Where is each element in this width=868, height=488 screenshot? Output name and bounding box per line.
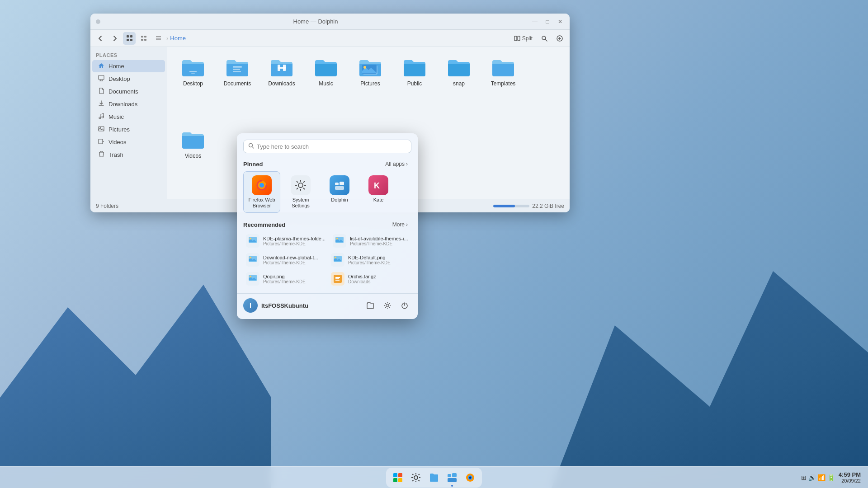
launcher-footer: I ItsFOSSKubuntu xyxy=(237,293,418,315)
pinned-dolphin[interactable]: Dolphin xyxy=(321,171,358,213)
folder-desktop[interactable]: Desktop xyxy=(173,52,213,121)
pinned-firefox[interactable]: Firefox Web Browser xyxy=(243,171,280,213)
rec-qogir-icon xyxy=(246,272,259,286)
sidebar: Places Home Desktop Documents xyxy=(90,47,167,199)
recommended-row-1: KDE-plasma-themes-folde... Pictures/Them… xyxy=(243,232,411,250)
pinned-dolphin-label: Dolphin xyxy=(331,197,348,203)
sidebar-item-trash[interactable]: Trash xyxy=(92,149,165,161)
folder-snap[interactable]: snap xyxy=(439,52,479,121)
folder-templates[interactable]: Templates xyxy=(483,52,524,121)
footer-power-button[interactable] xyxy=(398,299,411,312)
sidebar-item-home[interactable]: Home xyxy=(92,60,165,72)
svg-point-102 xyxy=(469,476,472,479)
svg-line-81 xyxy=(389,307,390,308)
tray-network-icon[interactable]: 📶 xyxy=(818,474,826,481)
user-name: ItsFOSSKubuntu xyxy=(261,302,360,309)
svg-line-45 xyxy=(252,147,254,149)
folder-downloads-icon xyxy=(268,56,295,79)
sidebar-item-music[interactable]: Music xyxy=(92,111,165,123)
forward-button[interactable] xyxy=(108,32,121,45)
folder-documents[interactable]: Documents xyxy=(217,52,258,121)
folder-music[interactable]: Music xyxy=(306,52,346,121)
view-compact-button[interactable] xyxy=(137,32,150,45)
rec-qogir[interactable]: Qogir.png Pictures/Theme-KDE xyxy=(243,270,326,288)
back-button[interactable] xyxy=(94,32,107,45)
sidebar-item-downloads[interactable]: Downloads xyxy=(92,98,165,110)
breadcrumb-home[interactable]: Home xyxy=(170,35,186,42)
svg-line-96 xyxy=(412,480,413,481)
svg-line-95 xyxy=(419,474,420,475)
tray-battery-icon[interactable]: 🔋 xyxy=(827,474,835,481)
taskbar-dolphin-icon[interactable] xyxy=(444,469,460,486)
sidebar-item-documents[interactable]: Documents xyxy=(92,85,165,98)
taskbar-files-icon[interactable] xyxy=(426,469,442,486)
sidebar-label-trash: Trash xyxy=(108,151,123,158)
sidebar-item-videos[interactable]: Videos xyxy=(92,136,165,148)
split-button[interactable]: Split xyxy=(511,32,535,45)
svg-rect-57 xyxy=(335,183,339,185)
view-grid-button[interactable] xyxy=(123,32,136,45)
tray-screen-icon[interactable]: ⊞ xyxy=(801,474,807,481)
desktop-icon xyxy=(98,75,105,83)
svg-rect-18 xyxy=(99,75,104,80)
folder-public[interactable]: Public xyxy=(394,52,435,121)
svg-line-80 xyxy=(385,303,386,304)
taskbar-firefox-icon[interactable] xyxy=(462,469,478,486)
pinned-kate[interactable]: K Kate xyxy=(360,171,397,213)
folder-videos[interactable]: Videos xyxy=(173,125,213,193)
rec-download-global-name: Download-new-global-t... xyxy=(263,255,324,260)
folder-templates-icon xyxy=(490,56,517,79)
kate-icon: K xyxy=(368,175,388,195)
footer-files-button[interactable] xyxy=(363,299,377,312)
close-button[interactable]: ✕ xyxy=(556,18,564,26)
folder-pictures[interactable]: Pictures xyxy=(350,52,391,121)
svg-line-53 xyxy=(297,181,298,183)
footer-settings-button[interactable] xyxy=(381,299,394,312)
more-button[interactable]: More › xyxy=(389,220,411,229)
more-options-button[interactable] xyxy=(553,32,566,45)
svg-point-23 xyxy=(99,117,101,119)
rec-kde-default-name: KDE-Default.png xyxy=(348,255,409,260)
all-apps-arrow-icon: › xyxy=(406,161,408,167)
search-button[interactable] xyxy=(538,32,551,45)
sidebar-item-desktop[interactable]: Desktop xyxy=(92,73,165,85)
taskbar-dock xyxy=(386,468,482,488)
sidebar-item-pictures[interactable]: Pictures xyxy=(92,123,165,136)
title-bar: Home — Dolphin — □ ✕ xyxy=(90,14,570,30)
taskbar-right: ⊞ 🔊 📶 🔋 4:59 PM 20/09/22 xyxy=(801,471,861,483)
rec-download-global-icon xyxy=(246,253,259,267)
sidebar-label-documents: Documents xyxy=(108,88,138,95)
pinned-system-settings[interactable]: System Settings xyxy=(282,171,319,213)
svg-line-83 xyxy=(385,307,386,308)
maximize-button[interactable]: □ xyxy=(543,18,552,26)
pinned-header: Pinned All apps › xyxy=(243,160,411,169)
all-apps-button[interactable]: All apps › xyxy=(382,160,411,169)
rec-orchis[interactable]: Orchis.tar.gz Downloads xyxy=(328,270,411,288)
svg-point-47 xyxy=(259,183,264,188)
svg-point-48 xyxy=(298,183,303,188)
launcher-search-input[interactable] xyxy=(257,143,406,150)
tray-volume-icon[interactable]: 🔊 xyxy=(808,474,816,481)
taskbar-clock[interactable]: 4:59 PM 20/09/22 xyxy=(839,471,861,483)
taskbar-settings-icon[interactable] xyxy=(408,469,424,486)
folder-documents-label: Documents xyxy=(224,80,251,87)
pinned-settings-label: System Settings xyxy=(284,197,317,209)
minimize-button[interactable]: — xyxy=(531,18,539,26)
view-list-button[interactable] xyxy=(152,32,165,45)
svg-rect-30 xyxy=(99,139,103,144)
window-title: Home — Dolphin xyxy=(293,18,338,25)
rec-download-new-global[interactable]: Download-new-global-t... Pictures/Theme-… xyxy=(243,251,326,269)
svg-rect-5 xyxy=(144,36,146,38)
svg-rect-84 xyxy=(393,473,397,477)
rec-kde-plasma-themes[interactable]: KDE-plasma-themes-folde... Pictures/Them… xyxy=(243,232,328,250)
rec-kde-default[interactable]: KDE-Default.png Pictures/Theme-KDE xyxy=(328,251,411,269)
folder-pictures-icon xyxy=(357,56,384,79)
folder-downloads[interactable]: Downloads xyxy=(261,52,302,121)
rec-list-themes-name: list-of-available-themes-i... xyxy=(350,236,409,241)
rec-kde-default-text: KDE-Default.png Pictures/Theme-KDE xyxy=(348,255,409,265)
system-settings-icon xyxy=(291,175,311,195)
rec-list-available-themes[interactable]: list-of-available-themes-i... Pictures/T… xyxy=(330,232,411,250)
rec-kde-plasma-name: KDE-plasma-themes-folde... xyxy=(263,236,326,241)
toolbar: › Home Split xyxy=(90,30,570,47)
taskbar-start-button[interactable] xyxy=(390,469,406,486)
